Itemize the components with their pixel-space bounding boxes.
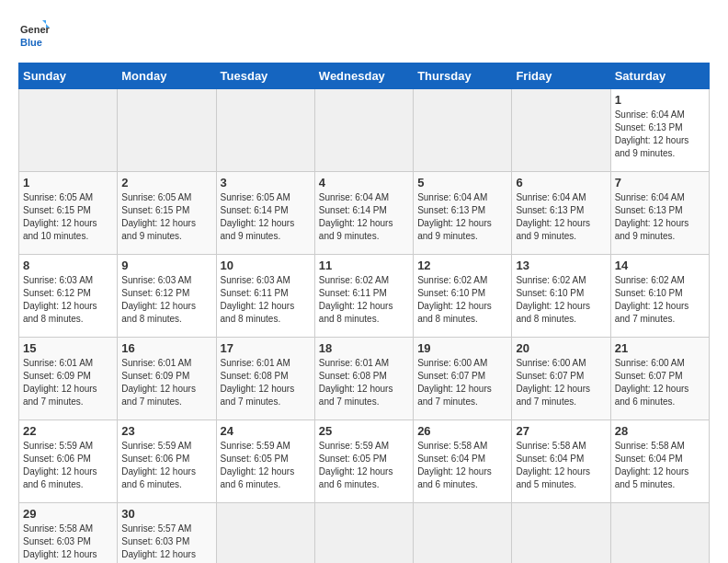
day-info: Sunrise: 6:01 AM Sunset: 6:08 PM Dayligh…	[319, 357, 409, 408]
day-number: 18	[319, 341, 409, 355]
daylight-text: Daylight: 12 hours and 7 minutes.	[615, 301, 689, 324]
page-header: General Blue	[18, 18, 710, 53]
day-info: Sunrise: 6:02 AM Sunset: 6:10 PM Dayligh…	[516, 274, 606, 326]
daylight-text: Daylight: 12 hours and 6 minutes.	[615, 384, 689, 407]
daylight-text: Daylight: 12 hours and 7 minutes.	[516, 384, 590, 407]
day-number: 25	[319, 424, 409, 438]
day-info: Sunrise: 5:58 AM Sunset: 6:03 PM Dayligh…	[23, 523, 113, 563]
day-header-tuesday: Tuesday	[216, 63, 314, 89]
sunrise-text: Sunrise: 6:02 AM	[319, 275, 389, 285]
day-number: 15	[23, 341, 113, 355]
calendar-cell	[512, 89, 610, 172]
calendar-cell: 28 Sunrise: 5:58 AM Sunset: 6:04 PM Dayl…	[610, 420, 709, 503]
daylight-text: Daylight: 12 hours and 6 minutes.	[23, 466, 97, 489]
daylight-text: Daylight: 12 hours and 7 minutes.	[221, 384, 295, 407]
daylight-text: Daylight: 12 hours and 9 minutes.	[121, 218, 196, 241]
logo: General Blue	[18, 18, 50, 53]
day-header-wednesday: Wednesday	[314, 63, 413, 89]
day-number: 24	[221, 424, 311, 438]
daylight-text: Daylight: 12 hours and 8 minutes.	[319, 301, 393, 324]
daylight-text: Daylight: 12 hours and 7 minutes.	[121, 384, 196, 407]
sunrise-text: Sunrise: 5:59 AM	[23, 441, 93, 451]
daylight-text: Daylight: 12 hours and 7 minutes.	[23, 384, 97, 407]
calendar-cell: 8 Sunrise: 6:03 AM Sunset: 6:12 PM Dayli…	[19, 255, 118, 338]
week-row-2: 8 Sunrise: 6:03 AM Sunset: 6:12 PM Dayli…	[19, 255, 710, 338]
calendar-cell: 7 Sunrise: 6:04 AM Sunset: 6:13 PM Dayli…	[610, 172, 709, 255]
sunset-text: Sunset: 6:10 PM	[417, 288, 485, 298]
calendar-cell: 24 Sunrise: 5:59 AM Sunset: 6:05 PM Dayl…	[216, 420, 314, 503]
sunset-text: Sunset: 6:14 PM	[319, 205, 387, 215]
calendar-cell: 18 Sunrise: 6:01 AM Sunset: 6:08 PM Dayl…	[314, 338, 413, 420]
day-info: Sunrise: 6:01 AM Sunset: 6:09 PM Dayligh…	[121, 357, 211, 408]
sunrise-text: Sunrise: 5:58 AM	[516, 441, 586, 451]
sunset-text: Sunset: 6:03 PM	[121, 536, 189, 546]
daylight-text: Daylight: 12 hours and 8 minutes.	[221, 301, 295, 324]
sunrise-text: Sunrise: 6:00 AM	[615, 358, 685, 368]
sunset-text: Sunset: 6:04 PM	[516, 454, 584, 464]
sunset-text: Sunset: 6:12 PM	[23, 288, 91, 298]
calendar-cell: 12 Sunrise: 6:02 AM Sunset: 6:10 PM Dayl…	[414, 255, 512, 338]
daylight-text: Daylight: 12 hours and 6 minutes.	[417, 466, 492, 489]
sunset-text: Sunset: 6:15 PM	[23, 205, 91, 215]
calendar-cell: 13 Sunrise: 6:02 AM Sunset: 6:10 PM Dayl…	[512, 255, 610, 338]
day-header-friday: Friday	[512, 63, 610, 89]
day-info: Sunrise: 5:57 AM Sunset: 6:03 PM Dayligh…	[121, 523, 211, 563]
day-info: Sunrise: 5:59 AM Sunset: 6:05 PM Dayligh…	[221, 440, 311, 491]
day-number: 7	[615, 176, 705, 190]
week-row-4: 22 Sunrise: 5:59 AM Sunset: 6:06 PM Dayl…	[19, 420, 710, 503]
calendar-cell: 14 Sunrise: 6:02 AM Sunset: 6:10 PM Dayl…	[610, 255, 709, 338]
day-number: 21	[615, 341, 705, 355]
day-number: 2	[121, 176, 211, 190]
daylight-text: Daylight: 12 hours and 8 minutes.	[417, 301, 492, 324]
sunset-text: Sunset: 6:04 PM	[615, 454, 683, 464]
svg-text:General: General	[20, 24, 50, 35]
day-info: Sunrise: 6:04 AM Sunset: 6:13 PM Dayligh…	[615, 191, 705, 243]
daylight-text: Daylight: 12 hours and 5 minutes.	[23, 549, 97, 563]
sunrise-text: Sunrise: 6:05 AM	[221, 192, 290, 202]
sunrise-text: Sunrise: 6:00 AM	[417, 358, 487, 368]
sunset-text: Sunset: 6:07 PM	[516, 371, 584, 381]
sunrise-text: Sunrise: 6:01 AM	[121, 358, 191, 368]
day-number: 28	[615, 424, 705, 438]
day-number: 12	[417, 259, 507, 272]
day-info: Sunrise: 6:01 AM Sunset: 6:09 PM Dayligh…	[23, 357, 113, 408]
calendar-cell: 2 Sunrise: 6:05 AM Sunset: 6:15 PM Dayli…	[118, 172, 216, 255]
day-number: 5	[417, 176, 507, 190]
daylight-text: Daylight: 12 hours and 5 minutes.	[516, 466, 590, 489]
day-header-monday: Monday	[118, 63, 216, 89]
calendar-cell: 21 Sunrise: 6:00 AM Sunset: 6:07 PM Dayl…	[610, 338, 709, 420]
day-info: Sunrise: 6:00 AM Sunset: 6:07 PM Dayligh…	[417, 357, 507, 408]
day-number: 23	[121, 424, 211, 438]
calendar-cell	[314, 503, 413, 564]
sunrise-text: Sunrise: 5:59 AM	[221, 441, 290, 451]
sunrise-text: Sunrise: 5:58 AM	[23, 523, 93, 534]
calendar-cell: 3 Sunrise: 6:05 AM Sunset: 6:14 PM Dayli…	[216, 172, 314, 255]
calendar-cell	[314, 89, 413, 172]
calendar-cell	[216, 503, 314, 564]
week-row-0: 1 Sunrise: 6:04 AM Sunset: 6:13 PM Dayli…	[19, 89, 710, 172]
calendar-cell: 10 Sunrise: 6:03 AM Sunset: 6:11 PM Dayl…	[216, 255, 314, 338]
day-number: 27	[516, 424, 606, 438]
sunrise-text: Sunrise: 6:01 AM	[319, 358, 389, 368]
day-header-sunday: Sunday	[19, 63, 118, 89]
day-info: Sunrise: 6:02 AM Sunset: 6:10 PM Dayligh…	[417, 274, 507, 326]
logo-icon: General Blue	[18, 18, 50, 50]
day-info: Sunrise: 5:58 AM Sunset: 6:04 PM Dayligh…	[615, 440, 705, 491]
sunset-text: Sunset: 6:10 PM	[516, 288, 584, 298]
day-info: Sunrise: 6:05 AM Sunset: 6:14 PM Dayligh…	[221, 191, 311, 243]
sunset-text: Sunset: 6:08 PM	[221, 371, 289, 381]
sunrise-text: Sunrise: 6:02 AM	[516, 275, 586, 285]
calendar-cell: 22 Sunrise: 5:59 AM Sunset: 6:06 PM Dayl…	[19, 420, 118, 503]
calendar-cell: 15 Sunrise: 6:01 AM Sunset: 6:09 PM Dayl…	[19, 338, 118, 420]
daylight-text: Daylight: 12 hours and 8 minutes.	[516, 301, 590, 324]
calendar-cell: 26 Sunrise: 5:58 AM Sunset: 6:04 PM Dayl…	[414, 420, 512, 503]
week-row-3: 15 Sunrise: 6:01 AM Sunset: 6:09 PM Dayl…	[19, 338, 710, 420]
day-info: Sunrise: 6:05 AM Sunset: 6:15 PM Dayligh…	[121, 191, 211, 243]
sunset-text: Sunset: 6:13 PM	[615, 205, 683, 215]
daylight-text: Daylight: 12 hours and 9 minutes.	[615, 218, 689, 241]
day-header-saturday: Saturday	[610, 63, 709, 89]
day-info: Sunrise: 6:00 AM Sunset: 6:07 PM Dayligh…	[615, 357, 705, 408]
daylight-text: Daylight: 12 hours and 6 minutes.	[121, 466, 196, 489]
sunset-text: Sunset: 6:09 PM	[121, 371, 189, 381]
daylight-text: Daylight: 12 hours and 8 minutes.	[121, 301, 196, 324]
